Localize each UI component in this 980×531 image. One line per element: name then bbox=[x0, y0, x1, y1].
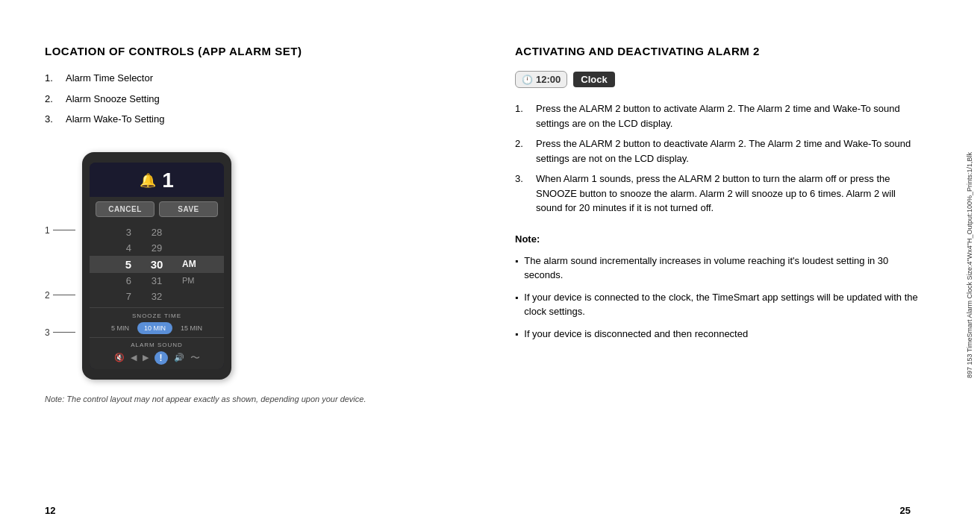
list-item-1: 1. Alarm Time Selector bbox=[45, 71, 440, 86]
bullet-item-3: If your device is disconnected and then … bbox=[515, 327, 918, 342]
right-list-text-3: When Alarm 1 sounds, press the ALARM 2 b… bbox=[536, 172, 918, 216]
snooze-5min[interactable]: 5 MIN bbox=[106, 322, 134, 334]
list-num-1: 1. bbox=[45, 71, 66, 86]
bullet-text-2: If your device is connected to the clock… bbox=[524, 290, 918, 319]
annotation-num-3: 3 bbox=[45, 327, 50, 338]
snooze-15min[interactable]: 15 MIN bbox=[175, 322, 207, 334]
page-number-left: 12 bbox=[45, 505, 55, 516]
left-column: LOCATION OF CONTROLS (APP ALARM SET) 1. … bbox=[0, 0, 478, 531]
snooze-label: SNOOZE TIME bbox=[96, 312, 218, 319]
time-row-3: 6 31 PM bbox=[90, 273, 224, 289]
right-column: ACTIVATING AND DEACTIVATING ALARM 2 🕛 12… bbox=[478, 0, 955, 531]
annotation-2: 2 bbox=[45, 290, 75, 301]
annotation-1: 1 bbox=[45, 225, 75, 236]
bullet-list: The alarm sound incrementally increases … bbox=[515, 254, 918, 342]
clock-label-badge: Clock bbox=[573, 72, 614, 87]
right-list-text-1: Press the ALARM 2 button to activate Ala… bbox=[536, 101, 918, 131]
snooze-10min[interactable]: 10 MIN bbox=[137, 322, 172, 334]
sound-icons-row: 🔇 ◀ ▶ ! 🔊 〜 bbox=[96, 351, 218, 365]
list-text-2: Alarm Snooze Setting bbox=[66, 92, 160, 107]
annotation-line-1 bbox=[53, 230, 75, 230]
list-num-3: 3. bbox=[45, 112, 66, 127]
cancel-button[interactable]: CANCEL bbox=[96, 201, 155, 217]
bullet-text-1: The alarm sound incrementally increases … bbox=[524, 254, 918, 283]
clock-icon: 🕛 bbox=[522, 75, 533, 85]
annotation-line-3 bbox=[53, 332, 75, 333]
sidebar-text: 897 153 TimeSmart Alarm Clock Size:4"Wx4… bbox=[965, 152, 975, 378]
page-number-right: 25 bbox=[900, 505, 911, 516]
volume-icon: 🔊 bbox=[174, 353, 184, 362]
alarm-sound-section: ALARM SOUND 🔇 ◀ ▶ ! 🔊 〜 bbox=[90, 337, 224, 369]
time-row-0: 3 28 bbox=[90, 224, 224, 240]
right-list: 1. Press the ALARM 2 button to activate … bbox=[515, 101, 918, 216]
wave-icon: 〜 bbox=[190, 351, 200, 365]
bullet-text-3: If your device is disconnected and then … bbox=[524, 327, 748, 342]
time-row-4: 7 32 bbox=[90, 289, 224, 304]
time-row-active: 5 30 AM bbox=[90, 256, 224, 273]
sidebar-text-wrapper: 897 153 TimeSmart Alarm Clock Size:4"Wx4… bbox=[959, 0, 980, 531]
note-heading: Note: bbox=[515, 233, 918, 245]
mute-icon: 🔇 bbox=[114, 353, 125, 362]
alarm-badge-row: 🕛 12:00 Clock bbox=[515, 71, 918, 88]
phone-btn-row: CANCEL SAVE bbox=[90, 197, 224, 221]
controls-list: 1. Alarm Time Selector 2. Alarm Snooze S… bbox=[45, 71, 440, 127]
annotation-num-1: 1 bbox=[45, 225, 50, 236]
alarm-bell-icon: 🔔 bbox=[140, 172, 156, 189]
list-text-1: Alarm Time Selector bbox=[66, 71, 153, 86]
save-button[interactable]: SAVE bbox=[159, 201, 218, 217]
right-list-text-2: Press the ALARM 2 button to deactivate A… bbox=[536, 136, 918, 166]
right-list-num-3: 3. bbox=[515, 172, 536, 216]
list-item-2: 2. Alarm Snooze Setting bbox=[45, 92, 440, 107]
right-list-num-2: 2. bbox=[515, 136, 536, 166]
phone-screen: 🔔 1 CANCEL SAVE 3 28 bbox=[90, 163, 224, 369]
time-picker[interactable]: 3 28 4 29 5 30 AM bbox=[90, 221, 224, 307]
badge-time-text: 12:00 bbox=[536, 74, 561, 85]
sidebar-line-1: 897 153 TimeSmart Alarm Clock bbox=[966, 282, 973, 378]
right-list-num-1: 1. bbox=[515, 101, 536, 131]
annotation-line-2 bbox=[53, 295, 75, 295]
clock-time-badge: 🕛 12:00 bbox=[515, 71, 567, 88]
list-num-2: 2. bbox=[45, 92, 66, 107]
right-list-item-3: 3. When Alarm 1 sounds, press the ALARM … bbox=[515, 172, 918, 216]
right-list-item-1: 1. Press the ALARM 2 button to activate … bbox=[515, 101, 918, 131]
right-section-heading: ACTIVATING AND DEACTIVATING ALARM 2 bbox=[515, 45, 918, 57]
sidebar-line-2: Size:4"Wx4"H_Output:100%_Prints:1/1,Blk bbox=[966, 152, 973, 280]
snooze-section: SNOOZE TIME 5 MIN 10 MIN 15 MIN bbox=[90, 307, 224, 337]
left-section-heading: LOCATION OF CONTROLS (APP ALARM SET) bbox=[45, 45, 440, 57]
annotation-num-2: 2 bbox=[45, 290, 50, 301]
list-item-3: 3. Alarm Wake-To Setting bbox=[45, 112, 440, 127]
alarm-sound-label: ALARM SOUND bbox=[96, 342, 218, 348]
prev-icon[interactable]: ◀ bbox=[131, 353, 137, 362]
phone-mockup: 🔔 1 CANCEL SAVE 3 28 bbox=[82, 152, 231, 380]
bullet-item-1: The alarm sound incrementally increases … bbox=[515, 254, 918, 283]
alert-icon: ! bbox=[155, 351, 168, 365]
play-icon[interactable]: ▶ bbox=[143, 353, 149, 362]
time-row-1: 4 29 bbox=[90, 240, 224, 256]
left-note: Note: The control layout may not appear … bbox=[45, 395, 440, 403]
bullet-item-2: If your device is connected to the clock… bbox=[515, 290, 918, 319]
phone-header: 🔔 1 bbox=[90, 163, 224, 197]
annotation-3: 3 bbox=[45, 327, 75, 338]
right-list-item-2: 2. Press the ALARM 2 button to deactivat… bbox=[515, 136, 918, 166]
snooze-buttons[interactable]: 5 MIN 10 MIN 15 MIN bbox=[96, 322, 218, 334]
alarm-number: 1 bbox=[162, 169, 174, 192]
list-text-3: Alarm Wake-To Setting bbox=[66, 112, 164, 127]
